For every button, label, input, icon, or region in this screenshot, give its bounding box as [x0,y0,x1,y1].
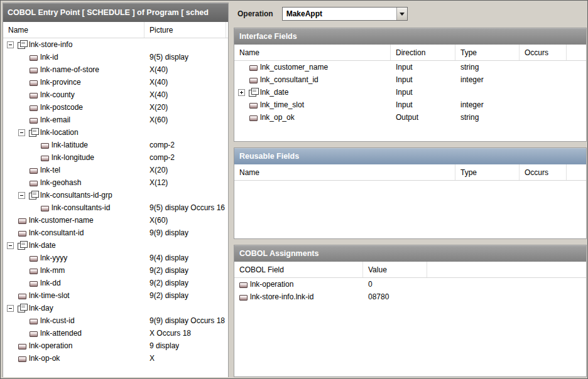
interface-fields-header[interactable]: Interface Fields [234,28,586,45]
expand-toggle-icon[interactable] [238,62,249,72]
column-header-name[interactable]: Name [234,45,391,60]
plus-minus-box-icon[interactable] [7,242,14,249]
plus-minus-box-icon[interactable] [238,89,245,96]
field-name: lnk-province [40,78,81,87]
expand-toggle-icon[interactable] [7,215,18,225]
tree-row[interactable]: lnk-customer-name X(60) [3,214,228,227]
plus-minus-box-icon[interactable] [18,192,25,199]
tree-row[interactable]: lnk-tel X(20) [3,164,228,176]
expand-toggle-icon[interactable] [238,112,249,122]
column-header-occurs[interactable]: Occurs [520,164,567,180]
field-picture: 9(2) display [144,266,188,275]
expand-toggle-icon[interactable] [7,291,18,301]
expand-toggle-icon[interactable] [238,100,249,110]
tree-row[interactable]: lnk-id 9(5) display [3,51,228,63]
tree-row[interactable]: lnk-store-info [3,38,228,51]
expand-toggle-icon[interactable] [7,240,18,250]
assignment-field-name: lnk-store-info.lnk-id [250,292,313,301]
interface-field-row[interactable]: lnk_consultant_id Input integer [234,73,586,86]
expand-toggle-icon[interactable] [18,165,29,175]
field-icon [18,291,28,301]
tree-row[interactable]: lnk-operation 9 display [3,339,228,352]
tree-row[interactable]: lnk-longitude comp-2 [3,151,228,164]
tree-row[interactable]: lnk-cust-id 9(9) display Occurs 18 [3,314,228,327]
expand-toggle-icon[interactable] [18,52,29,62]
field-picture: 9(5) display Occurs 16 [144,203,225,212]
field-name: lnk-mm [40,266,65,275]
expand-toggle-icon[interactable] [18,65,29,75]
column-header-direction[interactable]: Direction [391,45,455,60]
plus-minus-box-icon[interactable] [7,41,14,48]
assignment-row[interactable]: lnk-store-info.lnk-id 08780 [234,291,586,303]
tree-row[interactable]: lnk-consultant-id 9(9) display [3,227,228,239]
assignment-row[interactable]: lnk-operation 0 [234,278,586,291]
tree-row[interactable]: lnk-location [3,126,228,139]
tree-row[interactable]: lnk-mm 9(2) display [3,264,228,277]
operation-dropdown[interactable]: MakeAppt [282,7,408,21]
expand-toggle-icon[interactable] [18,190,29,200]
expand-toggle-icon[interactable] [7,353,18,363]
expand-toggle-icon[interactable] [18,328,29,338]
expand-toggle-icon[interactable] [30,203,40,213]
interface-field-row[interactable]: lnk_date Input [234,86,586,99]
expand-toggle-icon[interactable] [7,303,18,313]
expand-toggle-icon[interactable] [18,253,29,263]
interface-fields-section: Interface Fields Name Direction Type Occ… [234,28,587,142]
tree-row[interactable]: lnk-postcode X(20) [3,101,228,114]
expand-toggle-icon[interactable] [18,265,29,275]
tree-row[interactable]: lnk-province X(40) [3,76,228,88]
tree-column-header: Name Picture [3,22,228,38]
tree-row[interactable]: lnk-geohash X(12) [3,176,228,189]
tree-row[interactable]: lnk-name-of-store X(40) [3,63,228,76]
expand-toggle-icon[interactable] [30,152,40,163]
interface-field-row[interactable]: lnk_customer_name Input string [234,61,586,73]
field-name: lnk-email [40,115,70,124]
tree-row[interactable]: lnk-latitude comp-2 [3,139,228,151]
expand-toggle-icon[interactable] [238,75,249,85]
column-header-name[interactable]: Name [3,22,144,38]
expand-toggle-icon[interactable] [18,278,29,288]
column-header-picture[interactable]: Picture [144,22,226,38]
expand-toggle-icon[interactable] [18,127,29,137]
expand-toggle-icon[interactable] [18,77,29,87]
expand-toggle-icon[interactable] [18,115,29,125]
plus-minus-box-icon[interactable] [18,129,25,136]
column-header-occurs[interactable]: Occurs [520,45,567,60]
tree-row[interactable]: lnk-day [3,302,228,314]
interface-field-row[interactable]: lnk_time_slot Input integer [234,99,586,111]
field-icon [29,178,39,188]
column-header-type[interactable]: Type [455,164,520,180]
tree-row[interactable]: lnk-county X(40) [3,88,228,101]
reusable-fields-header[interactable]: Reusable Fields [234,148,586,164]
tree-row[interactable]: lnk-consultants-id-grp [3,189,228,201]
tree-row[interactable]: lnk-dd 9(2) display [3,277,228,289]
dropdown-arrow-button[interactable] [396,8,407,20]
tree-row[interactable]: lnk-consultants-id 9(5) display Occurs 1… [3,201,228,214]
tree-row[interactable]: lnk-date [3,239,228,252]
field-name: lnk-consultants-id-grp [40,191,112,200]
tree-row[interactable]: lnk-attended X Occurs 18 [3,327,228,339]
expand-toggle-icon[interactable] [18,90,29,100]
expand-toggle-icon[interactable] [7,40,18,50]
column-header-type[interactable]: Type [455,45,520,60]
expand-toggle-icon[interactable] [18,102,29,112]
interface-fields-rows: lnk_customer_name Input string lnk_consu… [234,61,586,141]
cobol-assignments-header[interactable]: COBOL Assignments [234,245,586,262]
expand-toggle-icon[interactable] [238,87,249,97]
tree-row[interactable]: lnk-yyyy 9(4) display [3,252,228,264]
column-header-value[interactable]: Value [363,262,427,277]
field-picture: 9(2) display [144,291,188,300]
tree-row[interactable]: lnk-op-ok X [3,352,228,365]
column-header-cobol-field[interactable]: COBOL Field [234,262,363,277]
interface-field-row[interactable]: lnk_op_ok Output string [234,111,586,124]
tree-row[interactable]: lnk-email X(60) [3,114,228,126]
expand-toggle-icon[interactable] [18,178,29,188]
expand-toggle-icon[interactable] [7,228,18,238]
expand-toggle-icon[interactable] [7,341,18,351]
expand-toggle-icon[interactable] [18,316,29,326]
tree-row[interactable]: lnk-time-slot 9(2) display [3,289,228,302]
plus-minus-box-icon[interactable] [7,305,14,312]
expand-toggle-icon[interactable] [30,140,40,150]
field-name: lnk-location [40,128,79,137]
column-header-name[interactable]: Name [234,164,455,180]
